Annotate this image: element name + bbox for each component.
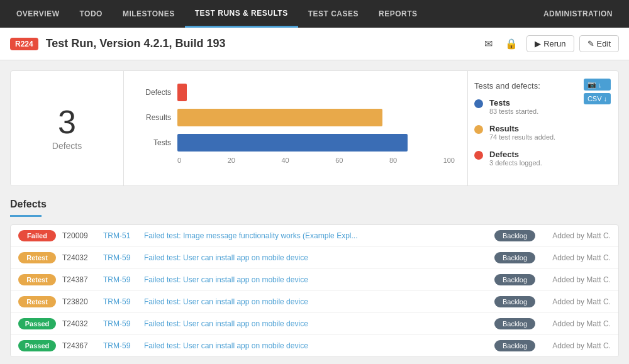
test-description[interactable]: Failed test: Image message functionality… [144, 231, 488, 240]
axis-60: 60 [335, 157, 343, 164]
backlog-badge: Backlog [494, 340, 535, 351]
backlog-badge: Backlog [494, 230, 535, 241]
img-icon: 📷 [587, 80, 596, 89]
bar-container-tests [177, 134, 455, 152]
defects-section-title: Defects [10, 199, 619, 210]
added-by: Added by Matt C. [542, 253, 611, 262]
nav-administration[interactable]: ADMINISTRATION [533, 0, 623, 28]
legend-dot-defects [474, 151, 483, 160]
header-actions: ✉ 🔒 ▶ Rerun ✎ Edit [481, 35, 619, 52]
rerun-button[interactable]: ▶ Rerun [526, 35, 574, 52]
legend-name-results: Results [489, 124, 555, 133]
nav-reports[interactable]: REPORTS [369, 0, 428, 28]
lock-icon-button[interactable]: 🔒 [501, 35, 521, 52]
status-badge: Passed [18, 340, 56, 351]
test-id: T24387 [62, 275, 97, 284]
img-download-icon: ↓ [598, 81, 602, 89]
rerun-label: Rerun [543, 39, 565, 48]
csv-download-button[interactable]: CSV ↓ [584, 93, 611, 104]
legend-dot-tests [474, 99, 483, 108]
bar-label-results: Results [136, 113, 171, 122]
edit-button[interactable]: ✎ Edit [579, 35, 619, 52]
legend-name-defects: Defects [489, 150, 542, 159]
legend-text-defects: Defects 3 defects logged. [489, 150, 542, 167]
trm-id[interactable]: TRM-59 [103, 297, 138, 306]
axis-40: 40 [281, 157, 289, 164]
test-description[interactable]: Failed test: User can install app on mob… [144, 275, 488, 284]
table-row[interactable]: Passed T24367 TRM-59 Failed test: User c… [11, 335, 618, 356]
nav-milestones[interactable]: MILESTONES [113, 0, 185, 28]
bar-container-defects [177, 84, 455, 101]
legend-results: Results 74 test results added. [474, 124, 608, 141]
bar-container-results [177, 109, 455, 126]
trm-id[interactable]: TRM-59 [103, 319, 138, 328]
legend-sub-results: 74 test results added. [489, 133, 555, 141]
status-badge: Retest [18, 296, 56, 307]
csv-download-icon: ↓ [604, 95, 608, 102]
defects-count-label: Defects [52, 141, 82, 151]
section-underline [10, 215, 42, 217]
csv-label: CSV [587, 95, 602, 102]
chart-axis: 0 20 40 60 80 100 [177, 157, 455, 164]
status-badge: Failed [18, 230, 56, 241]
added-by: Added by Matt C. [542, 275, 611, 284]
axis-100: 100 [443, 157, 455, 164]
test-description[interactable]: Failed test: User can install app on mob… [144, 341, 488, 350]
added-by: Added by Matt C. [542, 297, 611, 306]
run-title: Test Run, Version 4.2.1, Build 193 [46, 37, 226, 50]
table-row[interactable]: Failed T20009 TRM-51 Failed test: Image … [11, 225, 618, 247]
bar-label-tests: Tests [136, 138, 171, 147]
bar-label-defects: Defects [136, 88, 171, 97]
table-row[interactable]: Retest T23820 TRM-59 Failed test: User c… [11, 291, 618, 313]
test-description[interactable]: Failed test: User can install app on mob… [144, 253, 488, 262]
trm-id[interactable]: TRM-59 [103, 341, 138, 350]
chart-area: Defects Results Tests [124, 71, 467, 185]
edit-label: Edit [597, 39, 611, 48]
table-row[interactable]: Retest T24387 TRM-59 Failed test: User c… [11, 269, 618, 291]
legend-text-results: Results 74 test results added. [489, 124, 555, 141]
main-content: 3 Defects Defects Results [0, 60, 629, 364]
legend-sub-tests: 83 tests started. [489, 108, 538, 115]
test-id: T20009 [62, 231, 97, 240]
sub-header: R224 Test Run, Version 4.2.1, Build 193 … [0, 28, 629, 60]
backlog-badge: Backlog [494, 274, 535, 285]
trm-id[interactable]: TRM-59 [103, 275, 138, 284]
nav-overview[interactable]: OVERVIEW [6, 0, 69, 28]
backlog-badge: Backlog [494, 252, 535, 263]
test-description[interactable]: Failed test: User can install app on mob… [144, 297, 488, 306]
img-download-button[interactable]: 📷 ↓ [584, 79, 611, 91]
legend-name-tests: Tests [489, 98, 538, 108]
defects-count-box: 3 Defects [11, 71, 124, 185]
top-navigation: OVERVIEW TODO MILESTONES TEST RUNS & RES… [0, 0, 629, 28]
stats-section: 3 Defects Defects Results [10, 70, 619, 186]
table-row[interactable]: Passed T24032 TRM-59 Failed test: User c… [11, 313, 618, 335]
status-badge: Passed [18, 318, 56, 329]
bar-chart: Defects Results Tests [136, 84, 455, 152]
test-description[interactable]: Failed test: User can install app on mob… [144, 319, 488, 328]
run-badge: R224 [10, 38, 38, 50]
legend-dot-results [474, 125, 483, 134]
edit-icon: ✎ [587, 39, 594, 48]
bar-results [177, 109, 382, 126]
legend-area: Tests and defects: 📷 ↓ CSV ↓ Tests 83 te… [467, 71, 618, 185]
added-by: Added by Matt C. [542, 231, 611, 240]
test-id: T23820 [62, 297, 97, 306]
status-badge: Retest [18, 252, 56, 263]
legend-defects: Defects 3 defects logged. [474, 150, 608, 167]
trm-id[interactable]: TRM-51 [103, 231, 138, 240]
trm-id[interactable]: TRM-59 [103, 253, 138, 262]
bar-row-defects: Defects [136, 84, 455, 101]
nav-test-runs[interactable]: TEST RUNS & RESULTS [185, 0, 298, 28]
nav-todo[interactable]: TODO [69, 0, 112, 28]
share-icon-button[interactable]: ✉ [481, 35, 496, 52]
legend-text-tests: Tests 83 tests started. [489, 98, 538, 115]
rerun-icon: ▶ [535, 39, 541, 48]
test-id: T24032 [62, 253, 97, 262]
defects-table: Failed T20009 TRM-51 Failed test: Image … [10, 224, 619, 357]
defects-count: 3 [58, 106, 76, 138]
table-row[interactable]: Retest T24032 TRM-59 Failed test: User c… [11, 247, 618, 269]
nav-test-cases[interactable]: TEST CASES [298, 0, 369, 28]
legend-sub-defects: 3 defects logged. [489, 159, 542, 167]
backlog-badge: Backlog [494, 318, 535, 329]
backlog-badge: Backlog [494, 296, 535, 307]
